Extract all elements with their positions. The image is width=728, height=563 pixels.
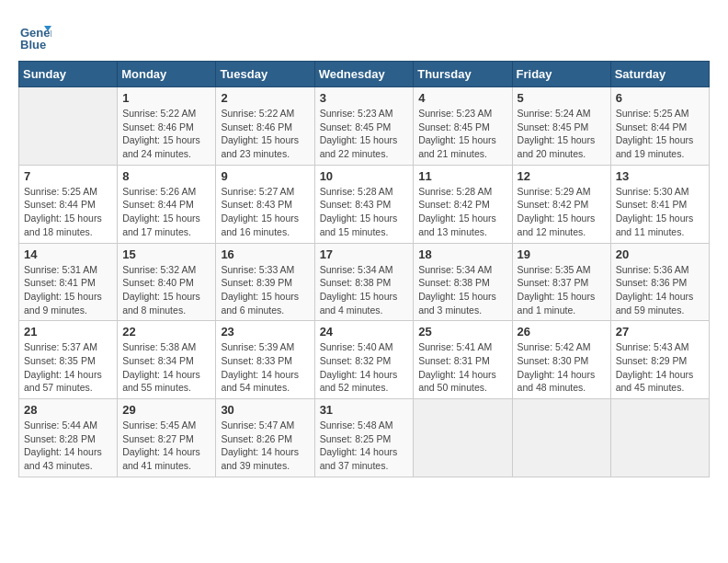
calendar-week-row: 28Sunrise: 5:44 AM Sunset: 8:28 PM Dayli… [19, 399, 710, 477]
day-info: Sunrise: 5:25 AM Sunset: 8:44 PM Dayligh… [24, 185, 112, 239]
day-info: Sunrise: 5:37 AM Sunset: 8:35 PM Dayligh… [24, 340, 112, 395]
day-of-week-header: Thursday [414, 62, 512, 87]
calendar-day-cell: 16Sunrise: 5:33 AM Sunset: 8:39 PM Dayli… [216, 243, 314, 321]
day-number: 19 [518, 247, 606, 261]
calendar-day-cell: 5Sunrise: 5:24 AM Sunset: 8:45 PM Daylig… [512, 87, 610, 166]
day-info: Sunrise: 5:22 AM Sunset: 8:46 PM Dayligh… [221, 107, 309, 161]
day-info: Sunrise: 5:32 AM Sunset: 8:40 PM Dayligh… [122, 263, 210, 317]
logo-icon: General Blue [18, 18, 51, 52]
day-info: Sunrise: 5:23 AM Sunset: 8:45 PM Dayligh… [418, 107, 506, 161]
calendar-day-cell: 19Sunrise: 5:35 AM Sunset: 8:37 PM Dayli… [512, 243, 610, 321]
day-number: 21 [24, 325, 112, 339]
day-number: 23 [221, 325, 309, 339]
day-number: 22 [122, 325, 210, 339]
day-number: 28 [24, 403, 112, 417]
calendar-day-cell: 15Sunrise: 5:32 AM Sunset: 8:40 PM Dayli… [118, 243, 216, 321]
calendar-day-cell: 11Sunrise: 5:28 AM Sunset: 8:42 PM Dayli… [414, 165, 512, 243]
day-number: 27 [616, 325, 704, 339]
day-info: Sunrise: 5:24 AM Sunset: 8:45 PM Dayligh… [518, 107, 606, 161]
day-info: Sunrise: 5:39 AM Sunset: 8:33 PM Dayligh… [221, 340, 309, 395]
day-info: Sunrise: 5:45 AM Sunset: 8:27 PM Dayligh… [122, 419, 210, 473]
calendar-day-cell: 4Sunrise: 5:23 AM Sunset: 8:45 PM Daylig… [414, 87, 512, 166]
day-info: Sunrise: 5:43 AM Sunset: 8:29 PM Dayligh… [616, 340, 704, 395]
day-number: 8 [122, 169, 210, 183]
calendar-day-cell: 14Sunrise: 5:31 AM Sunset: 8:41 PM Dayli… [19, 243, 118, 321]
day-number: 29 [122, 403, 210, 417]
day-of-week-header: Saturday [610, 62, 709, 87]
day-info: Sunrise: 5:28 AM Sunset: 8:43 PM Dayligh… [320, 185, 409, 239]
calendar-day-cell [19, 87, 118, 166]
day-number: 30 [221, 403, 309, 417]
day-number: 4 [418, 91, 506, 105]
calendar-day-cell: 20Sunrise: 5:36 AM Sunset: 8:36 PM Dayli… [610, 243, 709, 321]
calendar-day-cell: 30Sunrise: 5:47 AM Sunset: 8:26 PM Dayli… [216, 399, 314, 477]
day-info: Sunrise: 5:44 AM Sunset: 8:28 PM Dayligh… [24, 419, 112, 473]
calendar-day-cell [610, 399, 709, 477]
calendar-week-row: 1Sunrise: 5:22 AM Sunset: 8:46 PM Daylig… [19, 87, 710, 166]
day-number: 3 [320, 91, 409, 105]
day-number: 15 [122, 247, 210, 261]
day-number: 10 [320, 169, 409, 183]
day-info: Sunrise: 5:28 AM Sunset: 8:42 PM Dayligh… [418, 185, 506, 239]
day-number: 12 [518, 169, 606, 183]
day-info: Sunrise: 5:22 AM Sunset: 8:46 PM Dayligh… [122, 107, 210, 161]
calendar-day-cell: 31Sunrise: 5:48 AM Sunset: 8:25 PM Dayli… [314, 399, 414, 477]
calendar-day-cell: 13Sunrise: 5:30 AM Sunset: 8:41 PM Dayli… [610, 165, 709, 243]
day-info: Sunrise: 5:27 AM Sunset: 8:43 PM Dayligh… [221, 185, 309, 239]
calendar-day-cell: 1Sunrise: 5:22 AM Sunset: 8:46 PM Daylig… [118, 87, 216, 166]
day-number: 16 [221, 247, 309, 261]
day-info: Sunrise: 5:35 AM Sunset: 8:37 PM Dayligh… [518, 263, 606, 317]
calendar-day-cell: 25Sunrise: 5:41 AM Sunset: 8:31 PM Dayli… [414, 321, 512, 399]
calendar-header-row: SundayMondayTuesdayWednesdayThursdayFrid… [19, 62, 710, 87]
day-of-week-header: Wednesday [314, 62, 414, 87]
calendar-week-row: 7Sunrise: 5:25 AM Sunset: 8:44 PM Daylig… [19, 165, 710, 243]
calendar-day-cell: 18Sunrise: 5:34 AM Sunset: 8:38 PM Dayli… [414, 243, 512, 321]
calendar-day-cell [512, 399, 610, 477]
calendar-day-cell: 10Sunrise: 5:28 AM Sunset: 8:43 PM Dayli… [314, 165, 414, 243]
day-info: Sunrise: 5:42 AM Sunset: 8:30 PM Dayligh… [518, 340, 606, 395]
day-number: 26 [518, 325, 606, 339]
day-of-week-header: Sunday [19, 62, 118, 87]
day-info: Sunrise: 5:30 AM Sunset: 8:41 PM Dayligh… [616, 185, 704, 239]
calendar-day-cell: 23Sunrise: 5:39 AM Sunset: 8:33 PM Dayli… [216, 321, 314, 399]
svg-text:Blue: Blue [20, 38, 46, 52]
calendar-week-row: 21Sunrise: 5:37 AM Sunset: 8:35 PM Dayli… [19, 321, 710, 399]
day-info: Sunrise: 5:25 AM Sunset: 8:44 PM Dayligh… [616, 107, 704, 161]
day-info: Sunrise: 5:38 AM Sunset: 8:34 PM Dayligh… [122, 340, 210, 395]
day-number: 2 [221, 91, 309, 105]
day-number: 31 [320, 403, 409, 417]
calendar-day-cell [414, 399, 512, 477]
day-of-week-header: Monday [118, 62, 216, 87]
day-info: Sunrise: 5:34 AM Sunset: 8:38 PM Dayligh… [418, 263, 506, 317]
day-number: 13 [616, 169, 704, 183]
calendar-day-cell: 9Sunrise: 5:27 AM Sunset: 8:43 PM Daylig… [216, 165, 314, 243]
day-info: Sunrise: 5:31 AM Sunset: 8:41 PM Dayligh… [24, 263, 112, 317]
day-number: 14 [24, 247, 112, 261]
day-info: Sunrise: 5:23 AM Sunset: 8:45 PM Dayligh… [320, 107, 409, 161]
day-info: Sunrise: 5:36 AM Sunset: 8:36 PM Dayligh… [616, 263, 704, 317]
day-info: Sunrise: 5:29 AM Sunset: 8:42 PM Dayligh… [518, 185, 606, 239]
day-info: Sunrise: 5:48 AM Sunset: 8:25 PM Dayligh… [320, 419, 409, 473]
calendar-day-cell: 26Sunrise: 5:42 AM Sunset: 8:30 PM Dayli… [512, 321, 610, 399]
calendar-day-cell: 22Sunrise: 5:38 AM Sunset: 8:34 PM Dayli… [118, 321, 216, 399]
day-number: 9 [221, 169, 309, 183]
calendar-day-cell: 29Sunrise: 5:45 AM Sunset: 8:27 PM Dayli… [118, 399, 216, 477]
day-info: Sunrise: 5:26 AM Sunset: 8:44 PM Dayligh… [122, 185, 210, 239]
day-number: 20 [616, 247, 704, 261]
day-number: 18 [418, 247, 506, 261]
calendar-day-cell: 12Sunrise: 5:29 AM Sunset: 8:42 PM Dayli… [512, 165, 610, 243]
calendar-day-cell: 24Sunrise: 5:40 AM Sunset: 8:32 PM Dayli… [314, 321, 414, 399]
day-number: 5 [518, 91, 606, 105]
day-number: 6 [616, 91, 704, 105]
calendar-day-cell: 27Sunrise: 5:43 AM Sunset: 8:29 PM Dayli… [610, 321, 709, 399]
calendar-day-cell: 21Sunrise: 5:37 AM Sunset: 8:35 PM Dayli… [19, 321, 118, 399]
day-number: 1 [122, 91, 210, 105]
day-number: 17 [320, 247, 409, 261]
day-number: 11 [418, 169, 506, 183]
day-of-week-header: Tuesday [216, 62, 314, 87]
day-info: Sunrise: 5:34 AM Sunset: 8:38 PM Dayligh… [320, 263, 409, 317]
day-info: Sunrise: 5:40 AM Sunset: 8:32 PM Dayligh… [320, 340, 409, 395]
day-number: 24 [320, 325, 409, 339]
logo: General Blue [18, 18, 55, 52]
day-info: Sunrise: 5:41 AM Sunset: 8:31 PM Dayligh… [418, 340, 506, 395]
